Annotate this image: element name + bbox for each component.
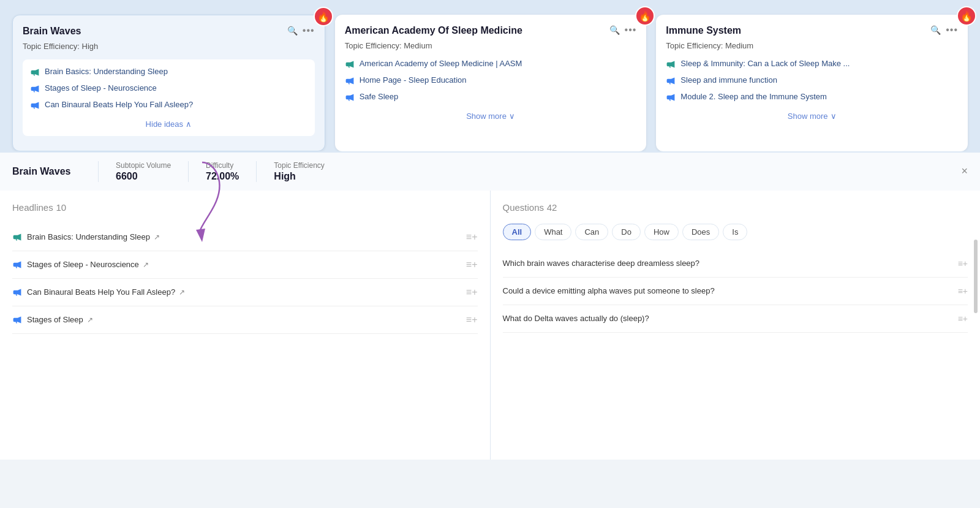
more-options-icon-immune[interactable]: •••: [946, 25, 958, 36]
megaphone-icon-h3: [12, 315, 22, 325]
card-title-aasm: American Academy Of Sleep Medicine: [345, 25, 522, 37]
questions-title: Questions 42: [503, 202, 968, 214]
detail-stat-efficiency: Topic Efficiency High: [256, 161, 341, 182]
show-more-button-aasm[interactable]: Show more ∨: [466, 112, 515, 121]
card-title-immune: Immune System: [666, 25, 741, 37]
card-footer-brain-waves: Hide ideas ∧: [30, 119, 307, 129]
fire-badge-aasm: 🔥: [635, 6, 655, 26]
filter-tab-do[interactable]: Do: [612, 224, 641, 240]
headlines-title: Headlines 10: [12, 202, 478, 214]
card-items-brain-waves: Brain Basics: Understanding Sleep Stages…: [30, 67, 307, 110]
question-item-2: What do Delta waves actually do (sleep)?…: [503, 305, 968, 333]
aasm-item-1[interactable]: Home Page - Sleep Education: [345, 75, 637, 86]
headlines-panel: Headlines 10 Brain Basics: Understanding…: [0, 191, 491, 460]
question-actions-1[interactable]: ≡+: [958, 286, 968, 296]
headline-text-0: Brain Basics: Understanding Sleep ↗: [27, 232, 461, 241]
detail-close-button[interactable]: ×: [961, 165, 968, 178]
search-icon[interactable]: 🔍: [287, 26, 298, 36]
card-immune-system: 🔥 Immune System 🔍 ••• Topic Efficiency: …: [656, 15, 968, 151]
question-actions-2[interactable]: ≡+: [958, 314, 968, 324]
immune-item-0[interactable]: Sleep & Immunity: Can a Lack of Sleep Ma…: [666, 59, 958, 69]
question-text-0: Which brain waves characterise deep drea…: [503, 259, 953, 268]
card-footer-immune: Show more ∨: [666, 111, 958, 121]
card-brain-waves: 🔥 Brain Waves 🔍 ••• Topic Efficiency: Hi…: [12, 15, 325, 151]
headline-actions-0[interactable]: ≡+: [466, 232, 478, 243]
headline-text-2: Can Binaural Beats Help You Fall Asleep?…: [27, 287, 461, 297]
card-footer-aasm: Show more ∨: [345, 111, 637, 121]
question-actions-0[interactable]: ≡+: [958, 259, 968, 268]
detail-stat-difficulty: Difficulty 72.00%: [188, 161, 256, 182]
headline-actions-2[interactable]: ≡+: [466, 287, 478, 298]
card-aasm: 🔥 American Academy Of Sleep Medicine 🔍 •…: [335, 15, 647, 151]
headline-text-1: Stages of Sleep - Neuroscience ↗: [27, 260, 461, 269]
aasm-item-0[interactable]: American Academy of Sleep Medicine | AAS…: [345, 59, 637, 69]
card-title-brain-waves: Brain Waves: [23, 25, 81, 38]
card-efficiency-brain-waves: Topic Efficiency: High: [23, 42, 315, 51]
scrollbar-thumb[interactable]: [974, 240, 978, 313]
question-item-1: Could a device emitting alpha waves put …: [503, 278, 968, 305]
question-text-1: Could a device emitting alpha waves put …: [503, 286, 953, 295]
external-link-icon-2[interactable]: ↗: [179, 288, 185, 297]
megaphone-icon-h2: [12, 287, 22, 297]
headline-item-0: Brain Basics: Understanding Sleep ↗ ≡+: [12, 224, 478, 251]
more-options-icon[interactable]: •••: [303, 25, 315, 36]
filter-tab-can[interactable]: Can: [575, 224, 608, 240]
detail-panel: Brain Waves Subtopic Volume 6600 Difficu…: [0, 151, 980, 191]
main-content: Headlines 10 Brain Basics: Understanding…: [0, 191, 980, 460]
card-item-2[interactable]: Can Binaural Beats Help You Fall Asleep?: [30, 100, 307, 110]
filter-tab-does[interactable]: Does: [682, 224, 719, 240]
filter-tabs: All What Can Do How Does Is: [503, 224, 968, 240]
headline-item-1: Stages of Sleep - Neuroscience ↗ ≡+: [12, 251, 478, 279]
headline-actions-3[interactable]: ≡+: [466, 314, 478, 325]
aasm-item-2[interactable]: Safe Sleep: [345, 92, 637, 102]
card-items-aasm: American Academy of Sleep Medicine | AAS…: [345, 59, 637, 102]
fire-badge-brain-waves: 🔥: [314, 7, 333, 26]
hide-ideas-button[interactable]: Hide ideas ∧: [146, 119, 192, 129]
search-icon-aasm[interactable]: 🔍: [609, 25, 620, 35]
filter-tab-how[interactable]: How: [644, 224, 679, 240]
headline-text-3: Stages of Sleep ↗: [27, 315, 461, 324]
external-link-icon-1[interactable]: ↗: [143, 260, 149, 269]
headline-actions-1[interactable]: ≡+: [466, 259, 478, 270]
card-actions-aasm: 🔍 •••: [609, 25, 637, 36]
card-items-immune: Sleep & Immunity: Can a Lack of Sleep Ma…: [666, 59, 958, 102]
card-item-0[interactable]: Brain Basics: Understanding Sleep: [30, 67, 307, 77]
cards-area: 🔥 Brain Waves 🔍 ••• Topic Efficiency: Hi…: [0, 0, 980, 151]
external-link-icon-3[interactable]: ↗: [87, 316, 93, 324]
question-item-0: Which brain waves characterise deep drea…: [503, 250, 968, 278]
headline-item-3: Stages of Sleep ↗ ≡+: [12, 306, 478, 334]
card-efficiency-aasm: Topic Efficiency: Medium: [345, 41, 637, 50]
show-more-button-immune[interactable]: Show more ∨: [788, 112, 837, 121]
questions-panel: Questions 42 All What Can Do How Does Is…: [491, 191, 981, 460]
search-icon-immune[interactable]: 🔍: [930, 25, 941, 35]
megaphone-icon-h1: [12, 260, 22, 270]
detail-stat-volume: Subtopic Volume 6600: [98, 161, 188, 182]
card-actions-brain-waves: 🔍 •••: [287, 25, 315, 36]
filter-tab-all[interactable]: All: [503, 224, 532, 240]
immune-item-2[interactable]: Module 2. Sleep and the Immune System: [666, 92, 958, 102]
question-text-2: What do Delta waves actually do (sleep)?: [503, 314, 953, 323]
more-options-icon-aasm[interactable]: •••: [625, 25, 637, 36]
filter-tab-is[interactable]: Is: [723, 224, 747, 240]
external-link-icon-0[interactable]: ↗: [154, 233, 160, 241]
filter-tab-what[interactable]: What: [535, 224, 571, 240]
fire-badge-immune: 🔥: [957, 6, 976, 26]
card-efficiency-immune: Topic Efficiency: Medium: [666, 41, 958, 50]
headline-item-2: Can Binaural Beats Help You Fall Asleep?…: [12, 279, 478, 306]
detail-panel-title: Brain Waves: [12, 166, 86, 177]
immune-item-1[interactable]: Sleep and immune function: [666, 75, 958, 86]
card-actions-immune: 🔍 •••: [930, 25, 958, 36]
megaphone-icon-h0: [12, 232, 22, 242]
card-item-1[interactable]: Stages of Sleep - Neuroscience: [30, 83, 307, 94]
